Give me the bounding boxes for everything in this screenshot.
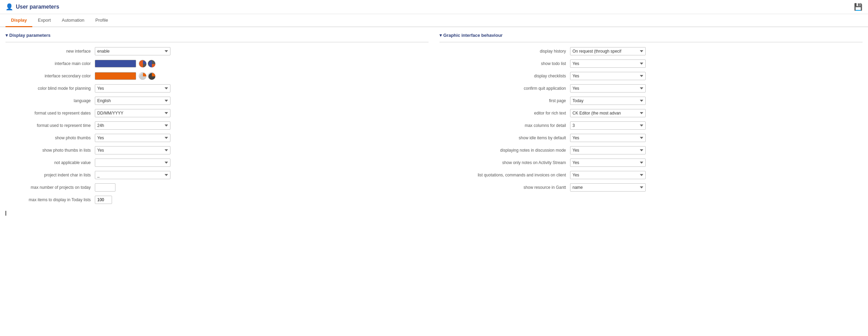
field-confirm-quit: confirm quit application YesNo (439, 84, 863, 93)
page-title: User parameters (16, 4, 59, 10)
swatch-main-1[interactable] (139, 60, 146, 67)
color-bar-secondary[interactable] (95, 72, 136, 80)
select-first-page[interactable]: TodayDashboard (570, 97, 646, 105)
label-gantt-resource: show resource in Gantt (439, 185, 570, 190)
tab-export[interactable]: Export (32, 14, 56, 27)
control-gantt-resource[interactable]: namephotoboth (570, 183, 646, 192)
select-max-columns[interactable]: 1234 (570, 121, 646, 130)
control-photo-thumbs-lists[interactable]: YesNo (95, 146, 170, 154)
header-left: 👤 User parameters (5, 3, 59, 11)
select-photo-thumbs[interactable]: YesNo (95, 134, 170, 142)
select-checklists[interactable]: YesNo (570, 72, 646, 80)
field-new-interface: new interface enable disable (5, 46, 429, 56)
control-new-interface[interactable]: enable disable (95, 47, 170, 55)
select-gantt-resource[interactable]: namephotoboth (570, 183, 646, 192)
control-quotations[interactable]: YesNo (570, 171, 646, 179)
field-color-blind: color blind mode for planning YesNo (5, 84, 429, 93)
field-max-projects: max number of projects on today (5, 183, 429, 192)
swatch-main-2[interactable] (148, 60, 155, 67)
control-indent-char[interactable]: _- (95, 171, 170, 179)
field-indent-char: project indent char in lists _- (5, 170, 429, 180)
control-time-format[interactable]: 24h12h (95, 121, 170, 130)
control-not-applicable[interactable]: N/A (95, 159, 170, 167)
control-checklists[interactable]: YesNo (570, 72, 646, 80)
control-notes-discussion[interactable]: YesNo (570, 146, 646, 154)
control-idle-items[interactable]: YesNo (570, 134, 646, 142)
select-time-format[interactable]: 24h12h (95, 121, 170, 130)
label-interface-secondary-color: interface secondary color (5, 74, 95, 78)
field-gantt-resource: show resource in Gantt namephotoboth (439, 183, 863, 192)
field-date-format: format used to represent dates DD/MM/YYY… (5, 108, 429, 118)
tab-automation[interactable]: Automation (56, 14, 90, 27)
control-editor[interactable]: CK Editor (the most advanSimple (570, 109, 646, 117)
label-display-history: display history (439, 49, 570, 54)
field-first-page: first page TodayDashboard (439, 96, 863, 106)
save-button[interactable]: 💾 (854, 3, 863, 11)
control-language[interactable]: EnglishFrench (95, 97, 170, 105)
label-interface-main-color: interface main color (5, 61, 95, 66)
select-confirm-quit[interactable]: YesNo (570, 84, 646, 93)
select-color-blind[interactable]: YesNo (95, 84, 170, 93)
label-photo-thumbs: show photo thumbs (5, 136, 95, 140)
select-notes-discussion[interactable]: YesNo (570, 146, 646, 154)
field-interface-main-color: interface main color (5, 59, 429, 68)
control-only-notes[interactable]: YesNo (570, 159, 646, 167)
label-idle-items: show idle items by default (439, 136, 570, 140)
control-color-blind[interactable]: YesNo (95, 84, 170, 93)
control-confirm-quit[interactable]: YesNo (570, 84, 646, 93)
select-new-interface[interactable]: enable disable (95, 47, 170, 55)
control-photo-thumbs[interactable]: YesNo (95, 134, 170, 142)
swatches-main (139, 60, 155, 67)
color-bar-main[interactable] (95, 60, 136, 67)
label-indent-char: project indent char in lists (5, 173, 95, 177)
select-quotations[interactable]: YesNo (570, 171, 646, 179)
label-max-items: max items to display in Today lists (5, 197, 95, 202)
select-only-notes[interactable]: YesNo (570, 159, 646, 167)
right-panel: Graphic interface behaviour display hist… (439, 33, 863, 216)
control-max-projects[interactable] (95, 183, 170, 192)
label-not-applicable: not applicable value (5, 160, 95, 165)
select-idle-items[interactable]: YesNo (570, 134, 646, 142)
tab-display[interactable]: Display (5, 14, 32, 27)
field-photo-thumbs: show photo thumbs YesNo (5, 133, 429, 143)
label-photo-thumbs-lists: show photo thumbs in lists (5, 148, 95, 153)
label-first-page: first page (439, 98, 570, 103)
control-date-format[interactable]: DD/MM/YYYYMM/DD/YYYY (95, 109, 170, 117)
tab-bar: Display Export Automation Profile (0, 14, 868, 27)
select-not-applicable[interactable]: N/A (95, 159, 170, 167)
input-max-projects[interactable] (95, 183, 115, 192)
field-time-format: format used to represent time 24h12h (5, 121, 429, 130)
select-editor[interactable]: CK Editor (the most advanSimple (570, 109, 646, 117)
select-language[interactable]: EnglishFrench (95, 97, 170, 105)
control-max-items[interactable] (95, 196, 170, 204)
select-indent-char[interactable]: _- (95, 171, 170, 179)
color-row-secondary (95, 72, 170, 80)
left-panel: Display parameters new interface enable … (5, 33, 429, 216)
field-idle-items: show idle items by default YesNo (439, 133, 863, 143)
label-notes-discussion: displaying notes in discussion mode (439, 148, 570, 153)
left-section-title: Display parameters (5, 33, 429, 38)
swatch-dark-1 (148, 60, 156, 68)
swatch-pie-1 (139, 60, 147, 68)
swatch-secondary-1[interactable] (139, 72, 146, 80)
cursor-indicator (5, 210, 429, 216)
tab-profile[interactable]: Profile (90, 14, 114, 27)
label-date-format: format used to represent dates (5, 111, 95, 116)
right-section-title: Graphic interface behaviour (439, 33, 863, 38)
label-only-notes: show only notes on Activity Stream (439, 160, 570, 165)
label-color-blind: color blind mode for planning (5, 86, 95, 91)
swatch-secondary-2[interactable] (148, 72, 155, 80)
left-section-divider (5, 42, 429, 42)
control-first-page[interactable]: TodayDashboard (570, 97, 646, 105)
control-display-history[interactable]: On request (through specifAlwaysNever (570, 47, 646, 55)
select-display-history[interactable]: On request (through specifAlwaysNever (570, 47, 646, 55)
swatches-secondary (139, 72, 155, 80)
control-show-todo[interactable]: YesNo (570, 59, 646, 68)
input-max-items[interactable] (95, 196, 112, 204)
control-interface-secondary-color (95, 72, 170, 80)
label-time-format: format used to represent time (5, 123, 95, 128)
select-show-todo[interactable]: YesNo (570, 59, 646, 68)
select-date-format[interactable]: DD/MM/YYYYMM/DD/YYYY (95, 109, 170, 117)
select-photo-thumbs-lists[interactable]: YesNo (95, 146, 170, 154)
control-max-columns[interactable]: 1234 (570, 121, 646, 130)
